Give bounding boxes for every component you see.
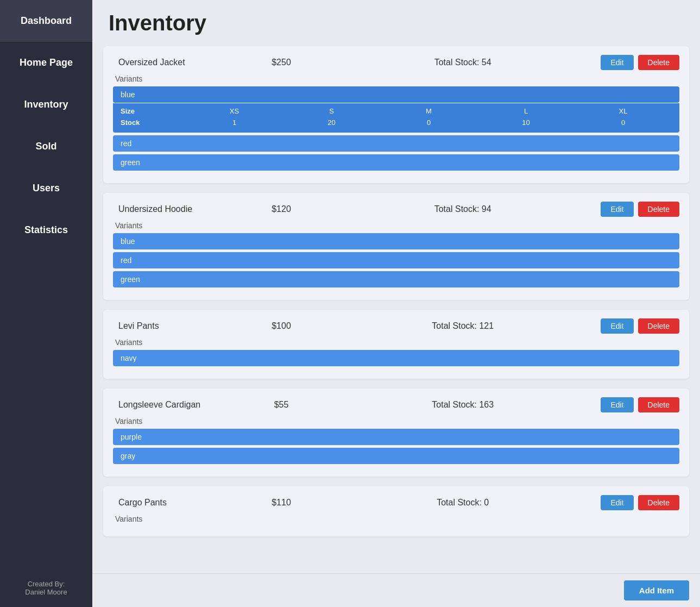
delete-button[interactable]: Delete [638,202,679,217]
sidebar-item-sold[interactable]: Sold [0,126,92,167]
add-item-bar: Add Item [92,573,700,607]
size-row: SizeXSSMLXL [121,105,672,117]
product-price: $100 [238,321,325,331]
variant-row[interactable]: navy [113,350,679,366]
product-stock: Total Stock: 0 [325,498,601,508]
variant-row[interactable]: gray [113,448,679,464]
product-header: Cargo Pants$110Total Stock: 0EditDelete [113,495,679,510]
variant-row[interactable]: red [113,252,679,268]
product-price: $250 [238,58,325,67]
stock-value: 0 [380,118,477,127]
variant-row[interactable]: blue [113,86,679,103]
variants-label: Variants [115,74,679,83]
delete-button[interactable]: Delete [638,397,679,412]
size-label: Size [121,105,186,117]
variant-row[interactable]: red [113,135,679,152]
product-header: Levi Pants$100Total Stock: 121EditDelete [113,318,679,334]
size-value: S [283,107,380,115]
variant-row[interactable]: blue [113,233,679,249]
stock-label: Stock [121,117,186,128]
variant-sizes: SizeXSSMLXLStock1200100 [113,103,679,133]
content-area[interactable]: Oversized Jacket$250Total Stock: 54EditD… [92,41,700,607]
variant-row[interactable]: green [113,271,679,287]
product-name: Longsleeve Cardigan [118,400,238,410]
variants-label: Variants [115,221,679,230]
stock-value: 0 [575,118,672,127]
sidebar-item-home-page[interactable]: Home Page [0,42,92,84]
edit-button[interactable]: Edit [601,55,633,70]
product-name: Levi Pants [118,321,238,331]
sidebar: DashboardHome PageInventorySoldUsersStat… [0,0,92,607]
size-value: XL [575,107,672,115]
variant-row[interactable]: purple [113,429,679,445]
sidebar-item-inventory[interactable]: Inventory [0,84,92,126]
product-price: $110 [238,498,325,508]
product-stock: Total Stock: 54 [325,58,601,67]
product-card: Undersized Hoodie$120Total Stock: 94Edit… [103,193,689,300]
product-card: Oversized Jacket$250Total Stock: 54EditD… [103,46,689,183]
page-title: Inventory [92,0,700,41]
product-header: Undersized Hoodie$120Total Stock: 94Edit… [113,202,679,217]
main-content: Inventory Oversized Jacket$250Total Stoc… [92,0,700,607]
stock-value: 10 [477,118,575,127]
sidebar-item-dashboard[interactable]: Dashboard [0,0,92,42]
variants-label: Variants [115,338,679,347]
stock-value: 1 [186,118,283,127]
product-card: Levi Pants$100Total Stock: 121EditDelete… [103,310,689,379]
product-price: $120 [238,204,325,214]
product-price: $55 [238,400,325,410]
edit-button[interactable]: Edit [601,202,633,217]
edit-button[interactable]: Edit [601,495,633,510]
product-name: Cargo Pants [118,498,238,508]
sidebar-footer: Created By:Daniel Moore [20,569,72,607]
sidebar-item-users[interactable]: Users [0,167,92,209]
variant-row[interactable]: green [113,154,679,171]
edit-button[interactable]: Edit [601,318,633,334]
product-name: Undersized Hoodie [118,204,238,214]
product-header: Oversized Jacket$250Total Stock: 54EditD… [113,55,679,70]
stock-value: 20 [283,118,380,127]
product-stock: Total Stock: 163 [325,400,601,410]
edit-button[interactable]: Edit [601,397,633,412]
size-value: L [477,107,575,115]
add-item-button[interactable]: Add Item [624,580,689,600]
variants-label: Variants [115,515,679,523]
size-value: M [380,107,477,115]
product-card: Cargo Pants$110Total Stock: 0EditDeleteV… [103,486,689,536]
delete-button[interactable]: Delete [638,495,679,510]
variants-label: Variants [115,417,679,425]
size-value: XS [186,107,283,115]
stock-row: Stock1200100 [121,117,672,128]
product-stock: Total Stock: 94 [325,204,601,214]
delete-button[interactable]: Delete [638,318,679,334]
product-header: Longsleeve Cardigan$55Total Stock: 163Ed… [113,397,679,412]
product-name: Oversized Jacket [118,58,238,67]
product-card: Longsleeve Cardigan$55Total Stock: 163Ed… [103,389,689,477]
delete-button[interactable]: Delete [638,55,679,70]
sidebar-item-statistics[interactable]: Statistics [0,209,92,251]
product-stock: Total Stock: 121 [325,321,601,331]
